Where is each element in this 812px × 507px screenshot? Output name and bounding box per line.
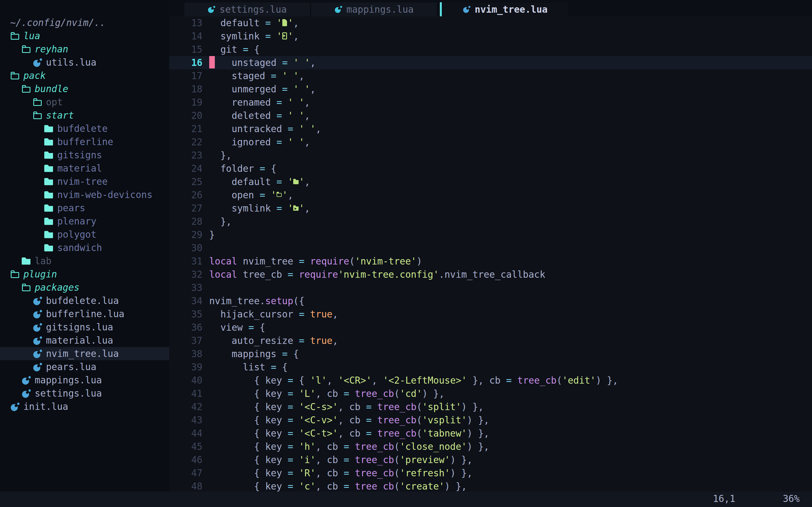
- code-line[interactable]: 24 folder = {: [169, 162, 812, 175]
- code-line[interactable]: 37 auto_resize = true,: [169, 334, 812, 347]
- tree-item-nvim-tree[interactable]: nvim-tree: [0, 175, 169, 188]
- folder-icon: [44, 243, 54, 253]
- line-number: 16: [169, 56, 202, 69]
- code-line[interactable]: 26 open = '',: [169, 188, 812, 202]
- code-line[interactable]: 47 { key = 'R', cb = tree_cb('refresh') …: [169, 466, 812, 480]
- lua-file-icon: [33, 322, 42, 332]
- tree-item-bundle[interactable]: bundle: [0, 82, 169, 96]
- line-number: 44: [169, 427, 202, 440]
- code-line[interactable]: 20 deleted = ' ',: [169, 109, 812, 122]
- tree-item-utils-lua[interactable]: utils.lua: [0, 56, 169, 69]
- tree-item-label: lua: [23, 31, 40, 41]
- code-line[interactable]: 31local nvim_tree = require('nvim-tree'): [169, 255, 812, 268]
- lua-file-icon: [33, 296, 42, 306]
- tree-item-plenary[interactable]: plenary: [0, 215, 169, 228]
- code-line[interactable]: 14 symlink = '',: [169, 30, 812, 43]
- nvim-tree-panel[interactable]: ~/.config/nvim/..luareyhanutils.luapackb…: [0, 0, 169, 492]
- tree-item-pears-lua[interactable]: pears.lua: [0, 360, 169, 374]
- code-line[interactable]: 23 },: [169, 149, 812, 162]
- code-line[interactable]: 45 { key = 'h', cb = tree_cb('close_node…: [169, 440, 812, 453]
- code-text: untracked = ' ',: [209, 123, 321, 134]
- code-text: auto_resize = true,: [209, 335, 338, 346]
- tree-item-lab[interactable]: lab: [0, 255, 169, 268]
- code-line[interactable]: 17 staged = ' ',: [169, 69, 812, 82]
- code-text: default = '',: [209, 176, 310, 187]
- tree-item-start[interactable]: start: [0, 109, 169, 122]
- code-text: { key = '<C-s>', cb = tree_cb('split') }…: [209, 401, 484, 412]
- code-line[interactable]: 13 default = '',: [169, 16, 812, 30]
- tree-item-material-lua[interactable]: material.lua: [0, 334, 169, 347]
- tree-item-plugin[interactable]: plugin: [0, 268, 169, 281]
- code-line[interactable]: 19 renamed = ' ',: [169, 96, 812, 109]
- code-editor[interactable]: 13 default = '',14 symlink = '',15 git =…: [169, 16, 812, 507]
- tree-item-gitsigns-lua[interactable]: gitsigns.lua: [0, 321, 169, 334]
- code-line[interactable]: 38 mappings = {: [169, 347, 812, 360]
- code-line[interactable]: 46 { key = 'i', cb = tree_cb('preview') …: [169, 453, 812, 466]
- tree-item-material[interactable]: material: [0, 162, 169, 175]
- lua-file-icon: [21, 375, 31, 385]
- code-line[interactable]: 18 unmerged = ' ',: [169, 82, 812, 96]
- tree-item-config-nvim[interactable]: ~/.config/nvim/..: [0, 16, 169, 29]
- tree-item-bufferline[interactable]: bufferline: [0, 135, 169, 149]
- tab-mappings-lua[interactable]: mappings.lua: [311, 3, 437, 16]
- code-line[interactable]: 41 { key = 'L', cb = tree_cb('cd') },: [169, 387, 812, 400]
- tree-item-lua[interactable]: lua: [0, 29, 169, 43]
- code-line[interactable]: 48 { key = 'c', cb = tree_cb('create') }…: [169, 480, 812, 493]
- code-line[interactable]: 35 hijack_cursor = true,: [169, 307, 812, 321]
- code-line[interactable]: 42 { key = '<C-s>', cb = tree_cb('split'…: [169, 400, 812, 413]
- code-line[interactable]: 40 { key = { 'l', '<CR>', '<2-LeftMouse>…: [169, 374, 812, 387]
- line-number: 31: [169, 255, 202, 268]
- scroll-percentage: 36%: [783, 492, 800, 506]
- code-line[interactable]: 33: [169, 281, 812, 294]
- tab-settings-lua[interactable]: settings.lua: [185, 3, 310, 16]
- code-line[interactable]: 29}: [169, 228, 812, 241]
- tree-item-nvim-web-devicons[interactable]: nvim-web-devicons: [0, 188, 169, 202]
- code-line[interactable]: 43 { key = '<C-v>', cb = tree_cb('vsplit…: [169, 413, 812, 427]
- tree-item-init-lua[interactable]: init.lua: [0, 400, 169, 413]
- tree-item-packages[interactable]: packages: [0, 281, 169, 294]
- statusline: 16,1 36%: [0, 492, 812, 507]
- tree-item-settings-lua[interactable]: settings.lua: [0, 387, 169, 400]
- tab-nvim-tree-lua[interactable]: nvim_tree.lua: [442, 3, 568, 16]
- code-text: git = {: [209, 44, 260, 55]
- code-line[interactable]: 28 },: [169, 215, 812, 228]
- code-line[interactable]: 39 list = {: [169, 360, 812, 374]
- tab-label: settings.lua: [220, 4, 287, 15]
- code-line[interactable]: 22 ignored = ' ',: [169, 135, 812, 149]
- code-line[interactable]: 27 symlink = '',: [169, 202, 812, 215]
- tree-item-gitsigns[interactable]: gitsigns: [0, 149, 169, 162]
- code-line[interactable]: 21 untracked = ' ',: [169, 122, 812, 135]
- tree-item-label: init.lua: [23, 401, 68, 412]
- folder-icon: [44, 230, 54, 240]
- tree-item-polygot[interactable]: polygot: [0, 228, 169, 241]
- tree-item-label: settings.lua: [35, 388, 102, 399]
- code-text: { key = { 'l', '<CR>', '<2-LeftMouse>' }…: [209, 375, 618, 386]
- tree-item-opt[interactable]: opt: [0, 96, 169, 109]
- code-line[interactable]: 36 view = {: [169, 321, 812, 334]
- tree-item-label: pears: [57, 203, 85, 214]
- tree-item-bufferline-lua[interactable]: bufferline.lua: [0, 307, 169, 321]
- code-line[interactable]: 25 default = '',: [169, 175, 812, 188]
- code-line[interactable]: 15 git = {: [169, 43, 812, 56]
- tree-item-bufdelete[interactable]: bufdelete: [0, 122, 169, 135]
- tree-item-label: lab: [35, 256, 52, 267]
- code-line[interactable]: 16 unstaged = ' ',: [169, 56, 812, 69]
- folder-icon: [44, 150, 54, 160]
- code-line[interactable]: 34nvim_tree.setup({: [169, 294, 812, 307]
- tree-item-bufdelete-lua[interactable]: bufdelete.lua: [0, 294, 169, 307]
- code-line[interactable]: 32local tree_cb = require'nvim-tree.conf…: [169, 268, 812, 281]
- folder-icon: [44, 216, 54, 226]
- tree-item-label: plenary: [57, 216, 96, 227]
- line-number: 30: [169, 241, 202, 255]
- tree-item-nvim-tree-lua[interactable]: nvim_tree.lua: [0, 347, 169, 360]
- tree-item-mappings-lua[interactable]: mappings.lua: [0, 374, 169, 387]
- tree-item-pack[interactable]: pack: [0, 69, 169, 82]
- code-text: renamed = ' ',: [209, 97, 310, 108]
- line-number: 22: [169, 135, 202, 149]
- code-line[interactable]: 30: [169, 241, 812, 255]
- tree-item-sandwich[interactable]: sandwich: [0, 241, 169, 255]
- code-line[interactable]: 44 { key = '<C-t>', cb = tree_cb('tabnew…: [169, 427, 812, 440]
- tree-item-reyhan[interactable]: reyhan: [0, 43, 169, 56]
- folder-open-icon: [10, 31, 20, 41]
- tree-item-pears[interactable]: pears: [0, 202, 169, 215]
